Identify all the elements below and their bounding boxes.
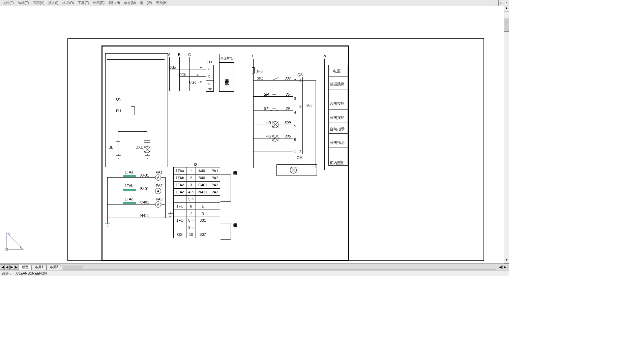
tab-prev[interactable]: ◀	[5, 264, 9, 270]
w-c	[107, 204, 155, 204]
td: 8 ○	[186, 217, 196, 224]
td	[210, 231, 220, 238]
tab-next[interactable]: ▶	[9, 264, 14, 270]
td	[210, 203, 220, 210]
lamp-hr	[272, 121, 279, 128]
bl-rect	[116, 141, 120, 150]
scroll-down-button[interactable]: ▼	[504, 258, 509, 263]
branch-line	[118, 131, 147, 132]
canvas-wrap: A B C CGa CGb CGc A B C DX a	[0, 6, 509, 263]
pushbutton-icon2	[270, 108, 278, 113]
dx-div1	[206, 73, 214, 73]
svg-text:Y: Y	[8, 233, 10, 236]
scroll-left-button[interactable]: ◀	[498, 265, 503, 269]
tab-first[interactable]: |◀	[0, 264, 5, 270]
dx-a: a	[208, 67, 210, 71]
w-bot	[253, 152, 293, 152]
command-input[interactable]	[13, 272, 507, 275]
td	[210, 196, 220, 203]
menu-bar: 文件(F) 编辑(E) 视图(V) 插入(I) 格式(O) 工具(T) 绘图(D…	[0, 0, 509, 6]
wire-c	[189, 84, 206, 84]
brk-v1	[231, 175, 231, 201]
dx1-line	[147, 131, 147, 146]
legend-5: 分闸指示	[330, 140, 345, 145]
st: ST	[264, 106, 268, 111]
command-bar: 命令：	[0, 270, 509, 276]
ldiv0	[328, 76, 348, 76]
scrollbar-vertical[interactable]: ▲ ▼	[504, 6, 509, 263]
gnd-pe	[168, 212, 173, 218]
td	[174, 196, 186, 203]
menu-format[interactable]: 格式(O)	[62, 1, 74, 5]
scrollbar-horizontal[interactable]	[63, 265, 496, 270]
tbl-title: D	[194, 162, 197, 166]
tab-layout2[interactable]: 布局2	[47, 264, 61, 270]
t4: 4	[294, 111, 296, 115]
td: PA3	[210, 182, 220, 189]
dx-div2	[206, 80, 214, 81]
ta-b: 1TAb	[125, 184, 133, 188]
td: 1FU	[174, 217, 186, 224]
td: 1FU	[174, 203, 186, 210]
ar1	[161, 177, 165, 178]
n301: 301	[257, 76, 263, 80]
n309: 309	[285, 121, 291, 125]
bus-a	[169, 57, 170, 91]
menu-dimension[interactable]: 标注(N)	[109, 1, 120, 5]
brk-t1	[221, 175, 231, 175]
switch-icon	[268, 77, 283, 83]
tab-last[interactable]: ▶|	[14, 264, 19, 270]
t5: 5	[294, 124, 296, 128]
maximize-button[interactable]: □	[498, 0, 504, 6]
menu-edit[interactable]: 编辑(E)	[18, 1, 29, 5]
menu-tools[interactable]: 工具(T)	[78, 1, 89, 5]
gnd-dx1	[145, 154, 150, 160]
menu-insert[interactable]: 插入(I)	[48, 1, 58, 5]
hg: HG	[266, 134, 271, 138]
scroll-up-button[interactable]: ▲	[504, 6, 509, 11]
td: N411	[196, 189, 210, 196]
ta-c: 1TAc	[125, 197, 133, 201]
left-block	[105, 53, 168, 167]
close-button[interactable]: ✕	[504, 0, 509, 6]
scroll-thumb-v[interactable]	[504, 18, 509, 32]
menu-modify[interactable]: 修改(M)	[124, 1, 136, 5]
dx-label: DX	[207, 60, 212, 64]
drawing-canvas[interactable]: A B C CGa CGb CGc A B C DX a	[0, 6, 504, 263]
td	[196, 196, 210, 203]
dx-bbig: B	[197, 73, 199, 76]
wire-a	[169, 69, 206, 69]
menu-help[interactable]: 帮助(H)	[156, 1, 168, 5]
td: 1TAa	[174, 167, 186, 175]
minimize-button[interactable]: _	[493, 0, 498, 6]
ar2	[161, 191, 165, 191]
n39: 39	[286, 106, 290, 111]
t7: 7	[294, 78, 296, 83]
menu-file[interactable]: 文件(F)	[3, 1, 14, 5]
dx-b: b	[208, 74, 210, 78]
td: 9 ○	[186, 224, 196, 231]
ldiv2	[328, 109, 348, 109]
tab-layout1[interactable]: 布局1	[32, 264, 47, 270]
w-303a	[303, 80, 316, 81]
n411: N411	[140, 214, 149, 218]
menu-view[interactable]: 视图(V)	[33, 1, 44, 5]
tab-model[interactable]: 模型	[19, 264, 32, 270]
w-a	[107, 177, 155, 178]
fuse-icon	[131, 106, 135, 115]
menu-window[interactable]: 窗口(W)	[140, 1, 152, 5]
fu1-box	[252, 67, 255, 73]
brk-b1	[221, 201, 231, 202]
dx1-lamp-icon	[144, 146, 150, 153]
td: 4 ○	[186, 189, 196, 196]
menu-draw[interactable]: 绘图(D)	[93, 1, 105, 5]
amp2: A	[155, 188, 161, 194]
td: PA1	[210, 167, 220, 175]
drawing-frame: A B C CGa CGb CGc A B C DX a	[67, 38, 484, 261]
t1: 1	[294, 150, 296, 154]
schematic: A B C CGa CGb CGc A B C DX a	[101, 45, 349, 261]
scroll-right-button[interactable]: ▶	[503, 265, 507, 269]
cabinet-light	[276, 164, 317, 176]
td: 301	[196, 217, 210, 224]
scroll-thumb-h[interactable]	[63, 265, 83, 269]
